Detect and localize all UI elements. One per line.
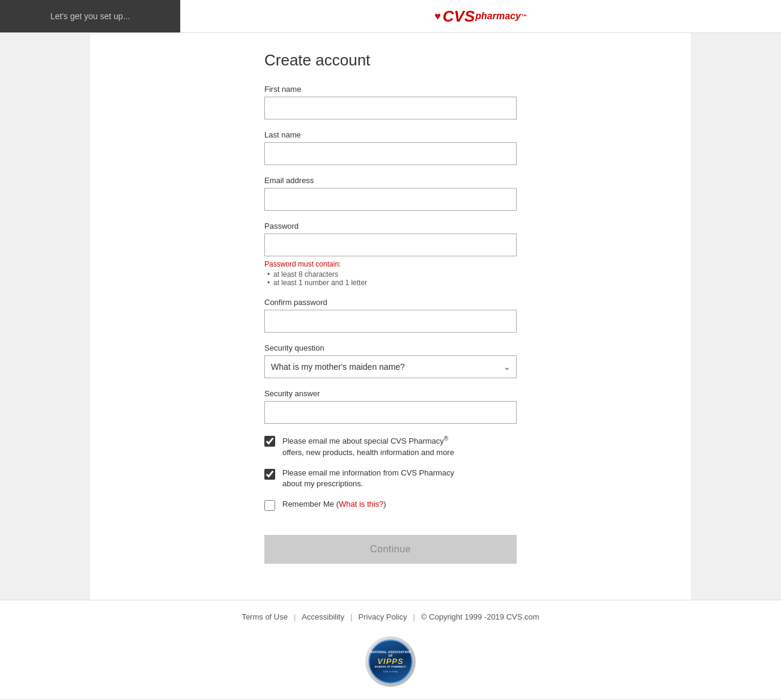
password-group: Password Password must contain: at least… [264,222,517,287]
password-hint-item-2: at least 1 number and 1 letter [267,279,517,287]
setup-text: Let's get you set up... [50,11,130,21]
first-name-group: First name [264,85,517,119]
email-offers-text-2: offers, new products, health information… [282,448,454,457]
email-group: Email address [264,176,517,211]
remember-me-checkbox[interactable] [264,500,275,511]
vipps-outer-circle: NATIONAL ASSOCIATIONOF VIPPS BOARDS OF P… [365,636,416,687]
last-name-label: Last name [264,130,517,139]
security-question-wrapper: What is my mother's maiden name? What is… [264,355,517,378]
security-answer-label: Security answer [264,389,517,398]
heart-icon: ♥ [434,10,441,23]
security-answer-group: Security answer [264,389,517,424]
vipps-bottom-text: BOARDS OF PHARMACY [375,665,406,668]
main-content: Create account First name Last name Emai… [90,33,691,600]
remember-me-text: Remember Me ( [282,499,339,508]
last-name-input[interactable] [264,142,517,165]
email-offers-checkbox-group: Please email me about special CVS Pharma… [264,435,517,458]
vipps-main-text: VIPPS [377,657,403,665]
vipps-inner-circle: NATIONAL ASSOCIATIONOF VIPPS BOARDS OF P… [368,639,413,684]
vipps-badge[interactable]: NATIONAL ASSOCIATIONOF VIPPS BOARDS OF P… [0,636,781,687]
email-offers-checkbox-wrapper [264,436,275,449]
email-input[interactable] [264,188,517,211]
password-hint: Password must contain: at least 8 charac… [264,260,517,287]
password-input[interactable] [264,234,517,256]
remember-me-paren: ) [383,499,386,508]
registered-mark: ® [444,435,448,442]
cvs-brand-text: CVS [443,7,475,26]
email-label: Email address [264,176,517,185]
privacy-policy-link[interactable]: Privacy Policy [359,612,407,621]
email-offers-label: Please email me about special CVS Pharma… [282,435,454,458]
security-question-group: Security question What is my mother's ma… [264,343,517,378]
email-offers-text-1: Please email me about special CVS Pharma… [282,436,444,445]
header: Let's get you set up... ♥ CVS pharmacy ™ [0,0,781,33]
last-name-group: Last name [264,130,517,165]
confirm-password-group: Confirm password [264,298,517,333]
security-answer-input[interactable] [264,401,517,424]
accessibility-link[interactable]: Accessibility [302,612,344,621]
confirm-password-label: Confirm password [264,298,517,307]
confirm-password-input[interactable] [264,310,517,333]
password-hint-item-1: at least 8 characters [267,270,517,279]
continue-button[interactable]: Continue [264,535,517,564]
pharmacy-text: pharmacy [475,11,521,22]
email-prescriptions-text-2: about my prescriptions. [282,479,363,488]
remember-me-checkbox-group: Remember Me (What is this?) [264,499,517,513]
first-name-input[interactable] [264,97,517,119]
remember-me-label: Remember Me (What is this?) [282,499,386,510]
email-prescriptions-checkbox-wrapper [264,469,275,482]
email-offers-checkbox[interactable] [264,436,275,447]
remember-me-checkbox-wrapper [264,500,275,513]
email-prescriptions-checkbox-group: Please email me information from CVS Pha… [264,468,517,489]
create-account-form: Create account First name Last name Emai… [264,51,517,564]
terms-of-use-link[interactable]: Terms of Use [242,612,288,621]
email-prescriptions-label: Please email me information from CVS Pha… [282,468,454,489]
vipps-click-text: Click to Verify [383,670,398,673]
security-question-label: Security question [264,343,517,352]
trademark-symbol: ™ [521,13,527,20]
footer: Terms of Use | Accessibility | Privacy P… [0,600,781,699]
security-question-select[interactable]: What is my mother's maiden name? What is… [264,355,517,378]
password-label: Password [264,222,517,231]
cvs-logo: ♥ CVS pharmacy ™ [434,7,527,26]
copyright-text: © Copyright 1999 -2019 CVS.com [421,612,539,621]
password-hint-title: Password must contain: [264,260,517,268]
first-name-label: First name [264,85,517,94]
header-logo: ♥ CVS pharmacy ™ [180,0,781,32]
footer-separator-2: | [350,612,352,621]
header-setup-text: Let's get you set up... [0,0,180,32]
what-is-this-link[interactable]: What is this? [339,499,383,508]
footer-separator-3: | [413,612,415,621]
footer-separator-1: | [294,612,296,621]
page-title: Create account [264,51,517,70]
email-prescriptions-text-1: Please email me information from CVS Pha… [282,468,454,477]
email-prescriptions-checkbox[interactable] [264,469,275,480]
footer-links: Terms of Use | Accessibility | Privacy P… [0,612,781,621]
